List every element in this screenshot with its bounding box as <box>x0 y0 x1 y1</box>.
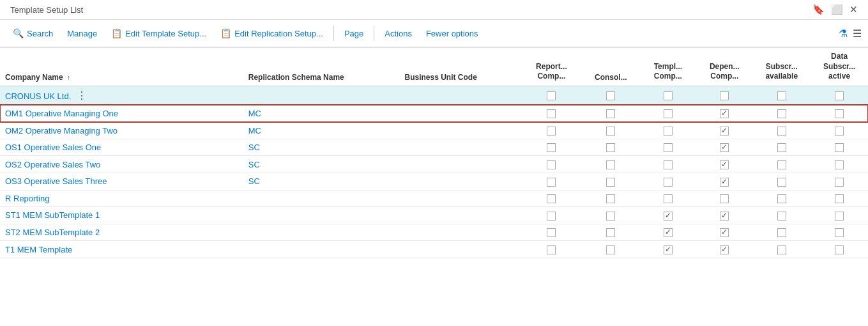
checkbox[interactable] <box>547 127 556 136</box>
table-row[interactable]: OS1 Operative Sales OneSC <box>0 139 868 156</box>
checkbox[interactable] <box>547 160 556 169</box>
company-link[interactable]: OM2 Operative Managing Two <box>5 126 118 136</box>
fewer-options-button[interactable]: Fewer options <box>420 25 485 43</box>
checkbox[interactable] <box>664 91 673 100</box>
checkbox[interactable] <box>777 91 786 100</box>
checkbox[interactable] <box>606 91 615 100</box>
company-link[interactable]: OS1 Operative Sales One <box>5 143 101 152</box>
table-row[interactable]: OM2 Operative Managing TwoMC <box>0 122 868 139</box>
edit-replication-button[interactable]: 📋 Edit Replication Setup... <box>214 24 330 43</box>
checkbox[interactable] <box>547 91 556 100</box>
templComp-cell <box>640 156 696 173</box>
checkbox[interactable] <box>547 143 556 152</box>
checkbox[interactable] <box>664 127 673 136</box>
company-link[interactable]: OS3 Operative Sales Three <box>5 176 107 186</box>
bookmark-icon[interactable]: 🔖 <box>812 4 825 15</box>
checkbox[interactable] <box>606 127 615 136</box>
company-link[interactable]: R Reporting <box>5 194 49 203</box>
checkbox[interactable] <box>606 178 615 187</box>
checkbox[interactable] <box>664 178 673 187</box>
checkbox[interactable] <box>777 160 786 169</box>
company-link[interactable]: ST1 MEM SubTemplate 1 <box>5 210 100 220</box>
checkbox[interactable] <box>835 228 844 237</box>
expand-icon[interactable]: ⬜ <box>831 4 843 15</box>
checkbox[interactable] <box>777 245 786 254</box>
checkbox[interactable] <box>664 143 673 152</box>
checkbox[interactable] <box>720 178 729 187</box>
replication-schema-cell: MC <box>243 105 400 122</box>
table-row[interactable]: R Reporting <box>0 190 868 207</box>
checkbox[interactable] <box>606 160 615 169</box>
checkbox[interactable] <box>720 109 729 118</box>
checkbox[interactable] <box>664 160 673 169</box>
checkbox[interactable] <box>606 143 615 152</box>
checkbox[interactable] <box>777 178 786 187</box>
checkbox[interactable] <box>547 212 556 221</box>
checkbox[interactable] <box>777 228 786 237</box>
table-row[interactable]: OS3 Operative Sales ThreeSC <box>0 173 868 190</box>
edit-template-button[interactable]: 📋 Edit Template Setup... <box>105 24 213 43</box>
checkbox[interactable] <box>664 245 673 254</box>
checkbox[interactable] <box>606 109 615 118</box>
checkbox[interactable] <box>606 245 615 254</box>
checkbox[interactable] <box>720 194 729 203</box>
checkbox[interactable] <box>835 194 844 203</box>
edit-template-icon: 📋 <box>111 28 122 38</box>
checkbox[interactable] <box>720 143 729 152</box>
checkbox[interactable] <box>777 143 786 152</box>
checkbox[interactable] <box>720 91 729 100</box>
checkbox[interactable] <box>720 212 729 221</box>
checkbox[interactable] <box>606 228 615 237</box>
checkbox[interactable] <box>720 127 729 136</box>
checkbox[interactable] <box>547 109 556 118</box>
checkbox[interactable] <box>547 228 556 237</box>
company-link[interactable]: OM1 Operative Managing One <box>5 109 118 118</box>
checkbox[interactable] <box>835 160 844 169</box>
table-row[interactable]: OS2 Operative Sales TwoSC <box>0 156 868 173</box>
checkbox[interactable] <box>664 212 673 221</box>
checkbox[interactable] <box>835 143 844 152</box>
table-row[interactable]: T1 MEM Template <box>0 241 868 258</box>
depenComp-cell <box>696 86 752 105</box>
checkbox[interactable] <box>835 212 844 221</box>
reportComp-cell <box>521 173 582 190</box>
table-row[interactable]: OM1 Operative Managing OneMC <box>0 105 868 122</box>
company-link[interactable]: T1 MEM Template <box>5 245 72 254</box>
search-button[interactable]: 🔍 Search <box>6 24 59 43</box>
checkbox[interactable] <box>547 194 556 203</box>
company-name-cell: OM2 Operative Managing Two <box>0 122 243 139</box>
checkbox[interactable] <box>664 109 673 118</box>
checkbox[interactable] <box>777 194 786 203</box>
checkbox[interactable] <box>777 127 786 136</box>
company-link[interactable]: CRONUS UK Ltd. <box>5 91 71 101</box>
subscrAvailable-cell <box>752 139 811 156</box>
collapse-icon[interactable]: ✕ <box>849 4 858 15</box>
checkbox[interactable] <box>777 212 786 221</box>
checkbox[interactable] <box>720 228 729 237</box>
checkbox[interactable] <box>835 109 844 118</box>
manage-button[interactable]: Manage <box>61 25 103 43</box>
checkbox[interactable] <box>835 127 844 136</box>
checkbox[interactable] <box>547 245 556 254</box>
checkbox[interactable] <box>606 212 615 221</box>
table-row[interactable]: CRONUS UK Ltd. ⋮ <box>0 86 868 105</box>
checkbox[interactable] <box>777 109 786 118</box>
checkbox[interactable] <box>835 178 844 187</box>
filter-icon[interactable]: ⚗ <box>839 27 848 40</box>
checkbox[interactable] <box>664 228 673 237</box>
checkbox[interactable] <box>664 194 673 203</box>
table-row[interactable]: ST2 MEM SubTemplate 2 <box>0 224 868 241</box>
checkbox[interactable] <box>720 160 729 169</box>
page-button[interactable]: Page <box>338 25 370 43</box>
actions-button[interactable]: Actions <box>378 25 418 43</box>
checkbox[interactable] <box>606 194 615 203</box>
three-dot-menu[interactable]: ⋮ <box>71 90 89 101</box>
checkbox[interactable] <box>835 245 844 254</box>
table-row[interactable]: ST1 MEM SubTemplate 1 <box>0 207 868 224</box>
checkbox[interactable] <box>835 91 844 100</box>
checkbox[interactable] <box>720 245 729 254</box>
list-icon[interactable]: ☰ <box>853 27 862 40</box>
checkbox[interactable] <box>547 178 556 187</box>
company-link[interactable]: ST2 MEM SubTemplate 2 <box>5 228 100 237</box>
company-link[interactable]: OS2 Operative Sales Two <box>5 160 100 169</box>
